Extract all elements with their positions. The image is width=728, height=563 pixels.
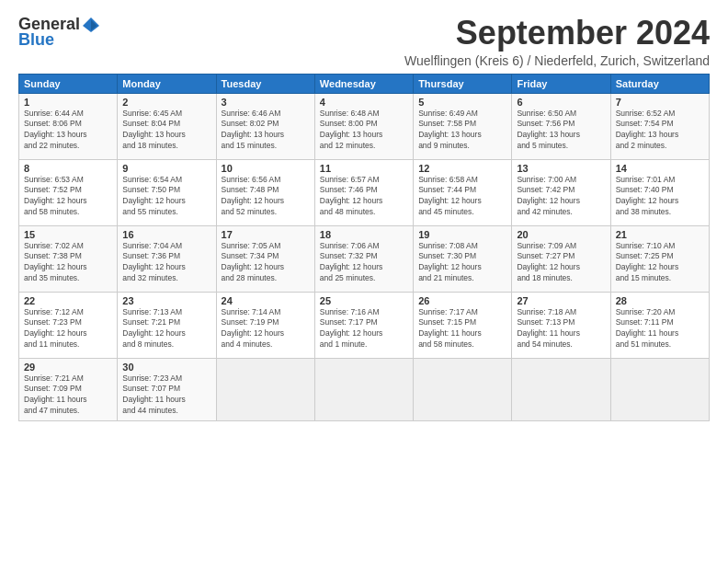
day-number: 22: [24, 295, 112, 306]
weekday-header-monday: Monday: [118, 74, 216, 93]
day-number: 13: [517, 163, 605, 174]
day-number: 1: [24, 97, 112, 108]
day-number: 24: [222, 295, 310, 306]
calendar-cell: 11Sunrise: 6:57 AM Sunset: 7:46 PM Dayli…: [314, 159, 413, 225]
calendar-cell: 29Sunrise: 7:21 AM Sunset: 7:09 PM Dayli…: [19, 358, 118, 421]
day-number: 18: [320, 229, 408, 240]
day-number: 25: [320, 295, 408, 306]
calendar-cell: 9Sunrise: 6:54 AM Sunset: 7:50 PM Daylig…: [118, 159, 216, 225]
day-info: Sunrise: 7:09 AM Sunset: 7:27 PM Dayligh…: [517, 241, 605, 285]
weekday-header-friday: Friday: [512, 74, 610, 93]
day-info: Sunrise: 6:48 AM Sunset: 8:00 PM Dayligh…: [320, 109, 408, 153]
day-info: Sunrise: 7:05 AM Sunset: 7:34 PM Dayligh…: [222, 241, 310, 285]
day-info: Sunrise: 6:49 AM Sunset: 7:58 PM Dayligh…: [418, 109, 506, 153]
day-number: 2: [122, 97, 210, 108]
weekday-header-tuesday: Tuesday: [216, 74, 314, 93]
day-number: 20: [517, 229, 605, 240]
calendar-cell: 20Sunrise: 7:09 AM Sunset: 7:27 PM Dayli…: [512, 225, 610, 292]
weekday-header-row: SundayMondayTuesdayWednesdayThursdayFrid…: [19, 74, 710, 93]
weekday-header-thursday: Thursday: [414, 74, 512, 93]
calendar-cell: 12Sunrise: 6:58 AM Sunset: 7:44 PM Dayli…: [414, 159, 512, 225]
day-number: 14: [616, 163, 704, 174]
day-info: Sunrise: 7:14 AM Sunset: 7:19 PM Dayligh…: [222, 307, 310, 351]
calendar-cell: 19Sunrise: 7:08 AM Sunset: 7:30 PM Dayli…: [414, 225, 512, 292]
day-info: Sunrise: 6:56 AM Sunset: 7:48 PM Dayligh…: [222, 175, 310, 219]
location-title: Wuelflingen (Kreis 6) / Niederfeld, Zuri…: [99, 53, 710, 68]
day-info: Sunrise: 7:12 AM Sunset: 7:23 PM Dayligh…: [24, 307, 112, 351]
day-number: 21: [616, 229, 704, 240]
day-info: Sunrise: 6:46 AM Sunset: 8:02 PM Dayligh…: [222, 109, 310, 153]
day-info: Sunrise: 7:10 AM Sunset: 7:25 PM Dayligh…: [616, 241, 704, 285]
calendar-cell: 23Sunrise: 7:13 AM Sunset: 7:21 PM Dayli…: [118, 292, 216, 358]
calendar-cell: 3Sunrise: 6:46 AM Sunset: 8:02 PM Daylig…: [216, 93, 314, 159]
calendar-cell: 18Sunrise: 7:06 AM Sunset: 7:32 PM Dayli…: [314, 225, 413, 292]
day-info: Sunrise: 7:20 AM Sunset: 7:11 PM Dayligh…: [616, 307, 704, 351]
day-info: Sunrise: 6:58 AM Sunset: 7:44 PM Dayligh…: [418, 175, 506, 219]
calendar-week-row: 15Sunrise: 7:02 AM Sunset: 7:38 PM Dayli…: [19, 225, 710, 292]
calendar-cell: 27Sunrise: 7:18 AM Sunset: 7:13 PM Dayli…: [512, 292, 610, 358]
weekday-header-saturday: Saturday: [610, 74, 709, 93]
day-info: Sunrise: 6:44 AM Sunset: 8:06 PM Dayligh…: [24, 109, 112, 153]
calendar-cell: 13Sunrise: 7:00 AM Sunset: 7:42 PM Dayli…: [512, 159, 610, 225]
day-number: 15: [24, 229, 112, 240]
calendar-cell: 26Sunrise: 7:17 AM Sunset: 7:15 PM Dayli…: [414, 292, 512, 358]
calendar-table: SundayMondayTuesdayWednesdayThursdayFrid…: [18, 74, 710, 422]
day-info: Sunrise: 6:54 AM Sunset: 7:50 PM Dayligh…: [122, 175, 210, 219]
logo-area: General Blue: [18, 15, 99, 50]
day-number: 23: [122, 295, 210, 306]
calendar-cell: 4Sunrise: 6:48 AM Sunset: 8:00 PM Daylig…: [314, 93, 413, 159]
day-number: 17: [222, 229, 310, 240]
day-info: Sunrise: 6:57 AM Sunset: 7:46 PM Dayligh…: [320, 175, 408, 219]
day-info: Sunrise: 7:08 AM Sunset: 7:30 PM Dayligh…: [418, 241, 506, 285]
day-info: Sunrise: 7:06 AM Sunset: 7:32 PM Dayligh…: [320, 241, 408, 285]
header: General Blue September 2024 Wuelflingen …: [18, 15, 710, 68]
calendar-cell: 7Sunrise: 6:52 AM Sunset: 7:54 PM Daylig…: [610, 93, 709, 159]
calendar-cell: [512, 358, 610, 421]
calendar-cell: 25Sunrise: 7:16 AM Sunset: 7:17 PM Dayli…: [314, 292, 413, 358]
day-number: 29: [24, 362, 112, 373]
day-number: 11: [320, 163, 408, 174]
weekday-header-sunday: Sunday: [19, 74, 118, 93]
calendar-cell: 6Sunrise: 6:50 AM Sunset: 7:56 PM Daylig…: [512, 93, 610, 159]
calendar-cell: 5Sunrise: 6:49 AM Sunset: 7:58 PM Daylig…: [414, 93, 512, 159]
calendar-week-row: 29Sunrise: 7:21 AM Sunset: 7:09 PM Dayli…: [19, 358, 710, 421]
day-info: Sunrise: 7:01 AM Sunset: 7:40 PM Dayligh…: [616, 175, 704, 219]
day-number: 5: [418, 97, 506, 108]
day-number: 12: [418, 163, 506, 174]
day-number: 4: [320, 97, 408, 108]
calendar-cell: 21Sunrise: 7:10 AM Sunset: 7:25 PM Dayli…: [610, 225, 709, 292]
calendar-cell: 28Sunrise: 7:20 AM Sunset: 7:11 PM Dayli…: [610, 292, 709, 358]
day-info: Sunrise: 7:18 AM Sunset: 7:13 PM Dayligh…: [517, 307, 605, 351]
logo-blue-text: Blue: [18, 30, 54, 50]
weekday-header-wednesday: Wednesday: [314, 74, 413, 93]
calendar-cell: 16Sunrise: 7:04 AM Sunset: 7:36 PM Dayli…: [118, 225, 216, 292]
day-number: 9: [122, 163, 210, 174]
day-number: 6: [517, 97, 605, 108]
day-number: 8: [24, 163, 112, 174]
title-area: September 2024 Wuelflingen (Kreis 6) / N…: [99, 15, 710, 68]
calendar-week-row: 8Sunrise: 6:53 AM Sunset: 7:52 PM Daylig…: [19, 159, 710, 225]
day-number: 16: [122, 229, 210, 240]
calendar-cell: 30Sunrise: 7:23 AM Sunset: 7:07 PM Dayli…: [118, 358, 216, 421]
day-info: Sunrise: 7:13 AM Sunset: 7:21 PM Dayligh…: [122, 307, 210, 351]
day-info: Sunrise: 6:52 AM Sunset: 7:54 PM Dayligh…: [616, 109, 704, 153]
day-info: Sunrise: 7:00 AM Sunset: 7:42 PM Dayligh…: [517, 175, 605, 219]
calendar-week-row: 22Sunrise: 7:12 AM Sunset: 7:23 PM Dayli…: [19, 292, 710, 358]
calendar-page: General Blue September 2024 Wuelflingen …: [0, 0, 728, 563]
calendar-cell: 22Sunrise: 7:12 AM Sunset: 7:23 PM Dayli…: [19, 292, 118, 358]
day-number: 3: [222, 97, 310, 108]
day-info: Sunrise: 7:23 AM Sunset: 7:07 PM Dayligh…: [122, 373, 210, 418]
calendar-cell: [610, 358, 709, 421]
calendar-cell: 14Sunrise: 7:01 AM Sunset: 7:40 PM Dayli…: [610, 159, 709, 225]
day-number: 28: [616, 295, 704, 306]
day-number: 27: [517, 295, 605, 306]
day-info: Sunrise: 7:21 AM Sunset: 7:09 PM Dayligh…: [24, 373, 112, 418]
day-info: Sunrise: 6:45 AM Sunset: 8:04 PM Dayligh…: [122, 109, 210, 153]
day-number: 30: [122, 362, 210, 373]
calendar-cell: 17Sunrise: 7:05 AM Sunset: 7:34 PM Dayli…: [216, 225, 314, 292]
day-info: Sunrise: 7:16 AM Sunset: 7:17 PM Dayligh…: [320, 307, 408, 351]
calendar-cell: [216, 358, 314, 421]
day-info: Sunrise: 6:53 AM Sunset: 7:52 PM Dayligh…: [24, 175, 112, 219]
calendar-cell: [314, 358, 413, 421]
day-info: Sunrise: 6:50 AM Sunset: 7:56 PM Dayligh…: [517, 109, 605, 153]
